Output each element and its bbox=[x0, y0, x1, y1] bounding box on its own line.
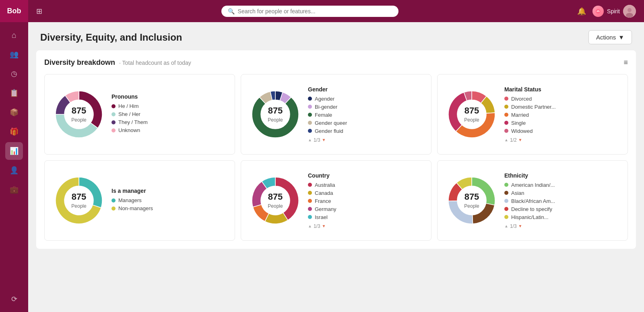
page-header: Diversity, Equity, and Inclusion Actions… bbox=[28, 22, 644, 50]
user-avatar[interactable] bbox=[623, 5, 636, 18]
user-profile[interactable]: Spirit bbox=[592, 5, 636, 18]
sidebar-item-rewards[interactable]: 🎁 bbox=[5, 123, 23, 141]
prev-page-icon[interactable]: ▲ bbox=[504, 224, 508, 228]
legend-label: Divorced bbox=[511, 96, 532, 102]
legend-item: Black/African Am... bbox=[504, 198, 619, 204]
search-input[interactable] bbox=[238, 8, 392, 14]
legend-title: Gender bbox=[308, 86, 423, 93]
actions-label: Actions bbox=[596, 34, 616, 41]
legend-label: Israel bbox=[315, 214, 328, 220]
legend-dot bbox=[308, 129, 312, 133]
donut-label: People bbox=[268, 117, 283, 123]
legend-label: Gender fluid bbox=[315, 128, 343, 134]
next-page-icon[interactable]: ▼ bbox=[322, 224, 326, 228]
prev-page-icon[interactable]: ▲ bbox=[308, 224, 312, 228]
legend-item: Gender queer bbox=[308, 120, 423, 126]
legend-item: Asian bbox=[504, 190, 619, 196]
chart-card-pronouns: 875 People Pronouns He / Him She / Her T… bbox=[44, 74, 235, 155]
sidebar-item-profile[interactable]: 👤 bbox=[5, 161, 23, 179]
sidebar-item-tasks[interactable]: 📦 bbox=[5, 103, 23, 121]
donut-label: People bbox=[464, 203, 479, 209]
chart-card-is_manager: 875 People Is a manager Managers Non-man… bbox=[44, 160, 235, 241]
legend-item: Female bbox=[308, 112, 423, 118]
sidebar-item-refresh[interactable]: ⟳ bbox=[5, 290, 23, 308]
donut-container: 875 People bbox=[446, 88, 498, 141]
actions-button[interactable]: Actions ▼ bbox=[588, 30, 632, 44]
chart-legend: Ethnicity American Indian/... Asian Blac… bbox=[504, 172, 619, 229]
sidebar-item-time[interactable]: ◷ bbox=[5, 65, 23, 83]
card-header: Diversity breakdown · Total headcount as… bbox=[44, 58, 628, 67]
page-content: Diversity, Equity, and Inclusion Actions… bbox=[28, 22, 644, 312]
next-page-icon[interactable]: ▼ bbox=[518, 224, 522, 228]
sidebar-bottom: ⟳ bbox=[5, 290, 23, 312]
legend-item: Decline to specify bbox=[504, 206, 619, 212]
donut-number: 875 bbox=[268, 105, 283, 116]
search-box[interactable]: 🔍 bbox=[221, 6, 398, 17]
donut-center: 875 People bbox=[464, 192, 479, 209]
sidebar-item-docs[interactable]: 📋 bbox=[5, 84, 23, 102]
legend-dot bbox=[308, 207, 312, 211]
donut-number: 875 bbox=[71, 192, 86, 202]
app-logo[interactable]: Bob bbox=[0, 0, 28, 22]
legend-dot bbox=[111, 198, 116, 202]
card-subtitle: · Total headcount as of today bbox=[119, 60, 191, 66]
donut-label: People bbox=[464, 117, 479, 123]
apps-grid-icon[interactable]: ⊞ bbox=[36, 7, 42, 16]
donut-number: 875 bbox=[71, 105, 86, 116]
legend-label: Gender queer bbox=[315, 120, 347, 126]
legend-label: Bi-gender bbox=[315, 104, 337, 110]
legend-item: Germany bbox=[308, 206, 423, 212]
donut-number: 875 bbox=[268, 192, 283, 202]
legend-dot bbox=[111, 128, 116, 132]
legend-dot bbox=[504, 121, 508, 125]
legend-label: Germany bbox=[315, 206, 336, 212]
svg-point-0 bbox=[596, 9, 601, 14]
legend-label: Non-managers bbox=[118, 205, 153, 211]
legend-dot bbox=[504, 215, 508, 219]
pagination-row: ▲ 1/3 ▼ bbox=[504, 223, 619, 229]
search-area: 🔍 bbox=[50, 6, 569, 17]
legend-item: Domestic Partner... bbox=[504, 104, 619, 110]
legend-dot bbox=[308, 199, 312, 203]
legend-item: Bi-gender bbox=[308, 104, 423, 110]
next-page-icon[interactable]: ▼ bbox=[518, 138, 522, 142]
legend-item: She / Her bbox=[111, 111, 227, 117]
user-name-label: Spirit bbox=[607, 8, 620, 14]
spirit-logo bbox=[592, 6, 604, 17]
chart-legend: Country Australia Canada France Germany … bbox=[308, 172, 423, 229]
prev-page-icon[interactable]: ▲ bbox=[308, 138, 312, 142]
legend-dot bbox=[111, 120, 116, 124]
topbar-actions: 🔔 Spirit bbox=[577, 5, 636, 18]
sidebar-item-briefcase[interactable]: 💼 bbox=[5, 181, 23, 198]
donut-center: 875 People bbox=[71, 192, 86, 209]
sidebar-item-home[interactable]: ⌂ bbox=[5, 26, 23, 44]
prev-page-icon[interactable]: ▲ bbox=[504, 138, 508, 142]
next-page-icon[interactable]: ▼ bbox=[322, 138, 326, 142]
legend-item: Divorced bbox=[504, 96, 619, 102]
legend-item: Canada bbox=[308, 190, 423, 196]
filter-icon[interactable]: ≡ bbox=[623, 58, 628, 67]
diversity-card: Diversity breakdown · Total headcount as… bbox=[36, 50, 636, 249]
legend-label: Widowed bbox=[511, 128, 533, 134]
donut-container: 875 People bbox=[249, 88, 301, 141]
legend-dot bbox=[308, 183, 312, 187]
legend-label: Female bbox=[315, 112, 332, 118]
charts-grid: 875 People Pronouns He / Him She / Her T… bbox=[44, 74, 628, 241]
sidebar-item-people[interactable]: 👥 bbox=[5, 45, 23, 63]
legend-item: Agender bbox=[308, 96, 423, 102]
sidebar-item-analytics[interactable]: 📊 bbox=[5, 142, 23, 160]
legend-dot bbox=[504, 199, 508, 203]
legend-dot bbox=[504, 183, 508, 187]
notification-bell-icon[interactable]: 🔔 bbox=[577, 7, 586, 16]
legend-dot bbox=[308, 97, 312, 101]
legend-title: Marital Status bbox=[504, 86, 619, 93]
legend-title: Country bbox=[308, 172, 423, 179]
legend-label: She / Her bbox=[118, 111, 140, 117]
legend-title: Pronouns bbox=[111, 93, 227, 100]
legend-label: Hispanic/Latin... bbox=[511, 214, 549, 220]
legend-dot bbox=[504, 113, 508, 117]
card-title-area: Diversity breakdown · Total headcount as… bbox=[44, 58, 191, 67]
bottom-spacer bbox=[28, 257, 644, 273]
legend-label: Managers bbox=[118, 197, 142, 203]
legend-item: Managers bbox=[111, 197, 227, 203]
